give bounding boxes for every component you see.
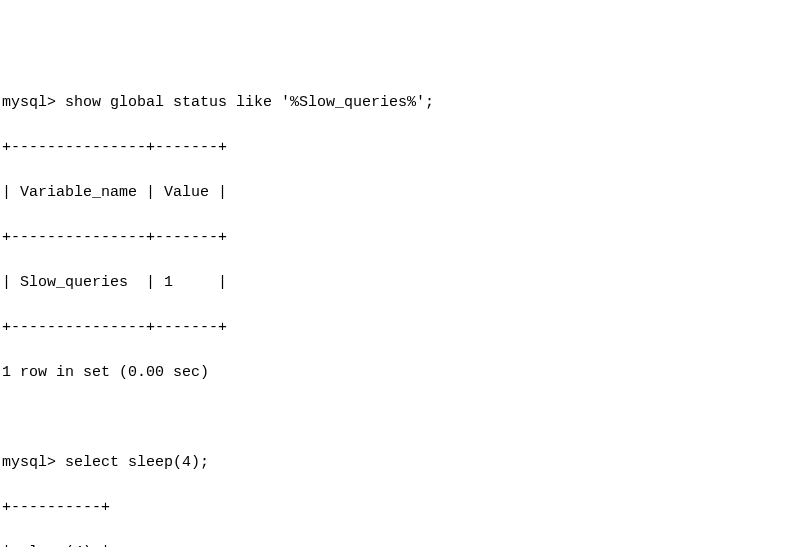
- table-row: | Slow_queries | 1 |: [2, 272, 809, 295]
- blank-line: [2, 407, 809, 430]
- sql-command: select sleep(4);: [65, 454, 209, 471]
- mysql-prompt: mysql>: [2, 94, 65, 111]
- table-border: +---------------+-------+: [2, 317, 809, 340]
- terminal-line: mysql> select sleep(4);: [2, 452, 809, 475]
- terminal-line: mysql> show global status like '%Slow_qu…: [2, 92, 809, 115]
- table-border: +----------+: [2, 497, 809, 520]
- table-border: +---------------+-------+: [2, 137, 809, 160]
- table-border: +---------------+-------+: [2, 227, 809, 250]
- table-header: | sleep(4) |: [2, 542, 809, 547]
- table-header: | Variable_name | Value |: [2, 182, 809, 205]
- result-summary: 1 row in set (0.00 sec): [2, 362, 809, 385]
- sql-command: show global status like '%Slow_queries%'…: [65, 94, 434, 111]
- mysql-prompt: mysql>: [2, 454, 65, 471]
